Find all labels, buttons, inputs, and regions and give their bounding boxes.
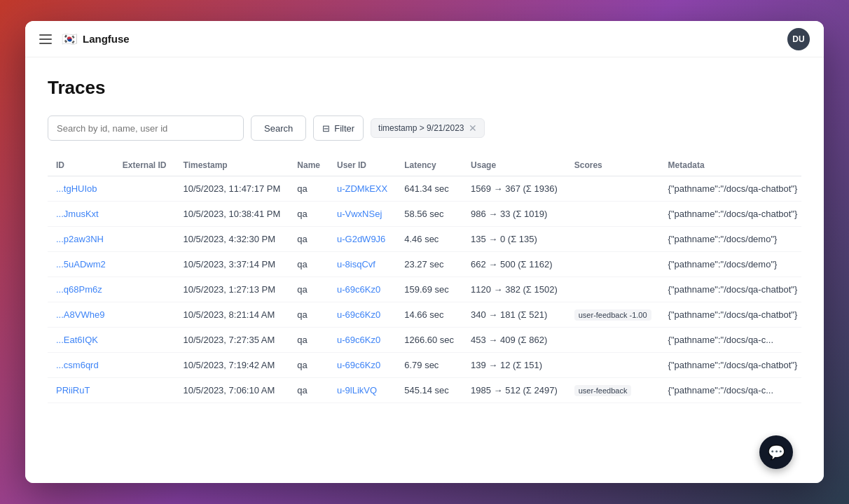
cell-usage: 662 → 500 (Σ 1162): [462, 252, 566, 277]
trace-id-link[interactable]: ...csm6qrd: [56, 360, 99, 370]
user-id-link[interactable]: u-VwxNSej: [337, 209, 382, 219]
user-id-link[interactable]: u-8isqCvf: [337, 259, 375, 270]
trace-id-link[interactable]: ...q68Pm6z: [56, 284, 102, 295]
cell-usage: 986 → 33 (Σ 1019): [462, 202, 566, 227]
search-bar: Search ⊟ Filter timestamp > 9/21/2023 ✕: [48, 115, 801, 141]
cell-user-id: u-VwxNSej: [329, 202, 396, 227]
table-row[interactable]: ...p2aw3NH10/5/2023, 4:32:30 PMqau-G2dW9…: [48, 227, 801, 252]
user-id-link[interactable]: u-69c6Kz0: [337, 284, 380, 295]
cell-id: ...p2aw3NH: [48, 227, 114, 252]
chip-close-icon[interactable]: ✕: [469, 123, 477, 133]
cell-metadata: {"pathname":"/docs/qa-c...: [660, 328, 801, 353]
cell-external-id: [114, 202, 175, 227]
col-metadata: Metadata: [660, 155, 801, 176]
hamburger-icon[interactable]: [39, 32, 53, 46]
filter-label: Filter: [334, 123, 354, 134]
cell-name: qa: [289, 252, 329, 277]
cell-user-id: u-69c6Kz0: [329, 302, 396, 328]
cell-latency: 159.69 sec: [396, 277, 462, 302]
table-row[interactable]: ...A8VWhe910/5/2023, 8:21:14 AMqau-69c6K…: [48, 302, 801, 328]
col-user-id: User ID: [329, 155, 396, 176]
trace-id-link[interactable]: ...JmusKxt: [56, 209, 99, 219]
cell-name: qa: [289, 302, 329, 328]
cell-user-id: u-9lLikVQ: [329, 378, 396, 403]
col-timestamp: Timestamp: [175, 155, 289, 176]
filter-icon: ⊟: [322, 123, 330, 134]
cell-external-id: [114, 252, 175, 277]
cell-name: qa: [289, 353, 329, 378]
user-id-link[interactable]: u-G2dW9J6: [337, 234, 385, 244]
cell-timestamp: 10/5/2023, 11:47:17 PM: [175, 176, 289, 202]
trace-id-link[interactable]: ...Eat6IQK: [56, 335, 98, 345]
cell-metadata: {"pathname":"/docs/demo"}: [660, 227, 801, 252]
avatar[interactable]: DU: [787, 28, 810, 50]
cell-id: ...csm6qrd: [48, 353, 114, 378]
cell-latency: 14.66 sec: [396, 302, 462, 328]
cell-timestamp: 10/5/2023, 7:27:35 AM: [175, 328, 289, 353]
col-name: Name: [289, 155, 329, 176]
cell-user-id: u-G2dW9J6: [329, 227, 396, 252]
trace-id-link[interactable]: ...5uADwm2: [56, 259, 106, 270]
table-row[interactable]: ...csm6qrd10/5/2023, 7:19:42 AMqau-69c6K…: [48, 353, 801, 378]
cell-metadata: {"pathname":"/docs/qa-chatbot"}: [660, 202, 801, 227]
cell-latency: 6.79 sec: [396, 353, 462, 378]
cell-timestamp: 10/5/2023, 7:19:42 AM: [175, 353, 289, 378]
cell-scores: [566, 277, 660, 302]
chat-button[interactable]: 💬: [759, 435, 793, 469]
trace-id-link[interactable]: ...p2aw3NH: [56, 234, 104, 244]
user-id-link[interactable]: u-69c6Kz0: [337, 309, 380, 320]
cell-external-id: [114, 176, 175, 202]
cell-name: qa: [289, 277, 329, 302]
user-id-link[interactable]: u-69c6Kz0: [337, 335, 380, 345]
cell-metadata: {"pathname":"/docs/qa-chatbot"}: [660, 353, 801, 378]
cell-timestamp: 10/5/2023, 10:38:41 PM: [175, 202, 289, 227]
col-scores: Scores: [566, 155, 660, 176]
trace-id-link[interactable]: ...tgHUIob: [56, 183, 97, 194]
col-external-id: External ID: [114, 155, 175, 176]
cell-usage: 1985 → 512 (Σ 2497): [462, 378, 566, 403]
main-content: Traces Search ⊟ Filter timestamp > 9/21/…: [25, 57, 824, 483]
cell-id: ...Eat6IQK: [48, 328, 114, 353]
score-badge: user-feedback -1.00: [574, 309, 651, 321]
table-row[interactable]: ...JmusKxt10/5/2023, 10:38:41 PMqau-VwxN…: [48, 202, 801, 227]
search-input[interactable]: [48, 115, 244, 141]
cell-scores: [566, 227, 660, 252]
cell-timestamp: 10/5/2023, 1:27:13 PM: [175, 277, 289, 302]
col-id: ID: [48, 155, 114, 176]
cell-external-id: [114, 277, 175, 302]
cell-timestamp: 10/5/2023, 4:32:30 PM: [175, 227, 289, 252]
trace-id-link[interactable]: ...A8VWhe9: [56, 309, 104, 320]
cell-scores: user-feedback -1.00: [566, 302, 660, 328]
user-id-link[interactable]: u-69c6Kz0: [337, 360, 380, 370]
cell-name: qa: [289, 227, 329, 252]
table-row[interactable]: PRiiRuT10/5/2023, 7:06:10 AMqau-9lLikVQ5…: [48, 378, 801, 403]
cell-latency: 58.56 sec: [396, 202, 462, 227]
cell-timestamp: 10/5/2023, 3:37:14 PM: [175, 252, 289, 277]
cell-latency: 641.34 sec: [396, 176, 462, 202]
user-id-link[interactable]: u-ZDMkEXX: [337, 183, 387, 194]
cell-external-id: [114, 353, 175, 378]
filter-button[interactable]: ⊟ Filter: [313, 115, 364, 141]
table-row[interactable]: ...Eat6IQK10/5/2023, 7:27:35 AMqau-69c6K…: [48, 328, 801, 353]
col-usage: Usage: [462, 155, 566, 176]
table-body: ...tgHUIob10/5/2023, 11:47:17 PMqau-ZDMk…: [48, 176, 801, 403]
cell-user-id: u-ZDMkEXX: [329, 176, 396, 202]
cell-user-id: u-69c6Kz0: [329, 328, 396, 353]
cell-id: ...q68Pm6z: [48, 277, 114, 302]
table-row[interactable]: ...5uADwm210/5/2023, 3:37:14 PMqau-8isqC…: [48, 252, 801, 277]
table-row[interactable]: ...tgHUIob10/5/2023, 11:47:17 PMqau-ZDMk…: [48, 176, 801, 202]
table-row[interactable]: ...q68Pm6z10/5/2023, 1:27:13 PMqau-69c6K…: [48, 277, 801, 302]
user-id-link[interactable]: u-9lLikVQ: [337, 385, 377, 396]
cell-user-id: u-69c6Kz0: [329, 353, 396, 378]
page-title: Traces: [48, 77, 801, 99]
brand: 🇰🇷 Langfuse: [62, 31, 130, 47]
cell-id: ...5uADwm2: [48, 252, 114, 277]
trace-id-link[interactable]: PRiiRuT: [56, 385, 90, 396]
cell-id: PRiiRuT: [48, 378, 114, 403]
cell-usage: 340 → 181 (Σ 521): [462, 302, 566, 328]
search-button[interactable]: Search: [251, 115, 306, 141]
cell-name: qa: [289, 378, 329, 403]
cell-id: ...tgHUIob: [48, 176, 114, 202]
table-header-row: ID External ID Timestamp Name User ID La…: [48, 155, 801, 176]
cell-latency: 545.14 sec: [396, 378, 462, 403]
